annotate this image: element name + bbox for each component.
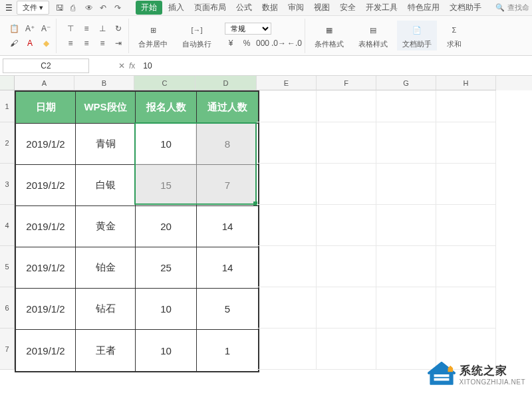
row-header[interactable]: 6 — [0, 287, 15, 329]
table-cell[interactable]: 10 — [136, 289, 197, 330]
table-header-cell[interactable]: 通过人数 — [197, 92, 258, 124]
empty-cell[interactable] — [317, 90, 376, 122]
empty-cell[interactable] — [376, 246, 436, 287]
conditional-format-button[interactable]: ▦ 条件格式 — [309, 21, 349, 51]
col-header-B[interactable]: B — [74, 76, 134, 90]
tab-页面布局[interactable]: 页面布局 — [190, 1, 230, 15]
indent-icon[interactable]: ⇥ — [112, 37, 124, 49]
empty-cell[interactable] — [376, 122, 436, 164]
tab-文档助手[interactable]: 文档助手 — [446, 1, 485, 15]
save-icon[interactable]: 🖫 — [56, 3, 65, 13]
empty-cell[interactable] — [257, 246, 317, 287]
tab-审阅[interactable]: 审阅 — [284, 1, 308, 15]
empty-cell[interactable] — [436, 205, 496, 246]
merge-center-button[interactable]: ⊞ 合并居中 — [133, 21, 173, 51]
empty-cell[interactable] — [257, 287, 317, 329]
empty-cell[interactable] — [257, 90, 317, 122]
print-icon[interactable]: ⎙ — [70, 3, 80, 13]
table-header-cell[interactable]: 报名人数 — [136, 92, 197, 124]
table-cell[interactable]: 2019/1/2 — [16, 165, 76, 206]
tab-公式[interactable]: 公式 — [232, 1, 256, 15]
formula-input[interactable]: 10 — [138, 59, 529, 72]
empty-cell[interactable] — [257, 164, 317, 205]
table-cell[interactable]: 1 — [197, 330, 258, 371]
empty-cell[interactable] — [317, 246, 376, 287]
table-cell[interactable]: 15 — [136, 165, 197, 206]
table-header-cell[interactable]: WPS段位 — [76, 92, 136, 124]
empty-cell[interactable] — [376, 205, 436, 246]
table-cell[interactable]: 20 — [136, 206, 197, 247]
empty-cell[interactable] — [376, 287, 436, 329]
table-cell[interactable]: 黄金 — [76, 206, 136, 247]
font-decrease-icon[interactable]: A⁻ — [40, 23, 52, 35]
col-header-D[interactable]: D — [196, 76, 257, 90]
font-color-icon[interactable]: A — [24, 37, 36, 49]
row-header[interactable]: 4 — [0, 205, 15, 246]
table-header-cell[interactable]: 日期 — [16, 92, 76, 124]
table-cell[interactable]: 5 — [197, 289, 258, 330]
empty-cell[interactable] — [257, 205, 317, 246]
table-cell[interactable]: 2019/1/2 — [16, 330, 76, 371]
fx-icon[interactable]: fx — [129, 61, 135, 70]
tab-开始[interactable]: 开始 — [136, 1, 162, 15]
undo-icon[interactable]: ↶ — [100, 3, 109, 13]
col-header-H[interactable]: H — [436, 76, 496, 90]
orientation-icon[interactable]: ↻ — [112, 23, 124, 35]
row-header[interactable]: 1 — [0, 90, 15, 122]
comma-icon[interactable]: 000 — [257, 37, 269, 49]
paste-icon[interactable]: 📋 — [8, 23, 20, 35]
format-painter-icon[interactable]: 🖌 — [8, 37, 20, 49]
align-left-icon[interactable]: ≡ — [65, 37, 76, 49]
table-cell[interactable]: 14 — [197, 247, 258, 289]
empty-cell[interactable] — [257, 329, 317, 370]
row-header[interactable]: 7 — [0, 329, 15, 370]
table-cell[interactable]: 2019/1/2 — [16, 247, 76, 289]
empty-cell[interactable] — [317, 205, 376, 246]
empty-cell[interactable] — [317, 287, 376, 329]
tab-数据[interactable]: 数据 — [258, 1, 282, 15]
col-header-G[interactable]: G — [376, 76, 436, 90]
app-menu-icon[interactable]: ☰ — [3, 2, 15, 14]
row-header[interactable]: 2 — [0, 122, 15, 164]
align-bottom-icon[interactable]: ⊥ — [96, 23, 108, 35]
align-center-icon[interactable]: ≡ — [80, 37, 92, 49]
currency-icon[interactable]: ¥ — [225, 37, 237, 49]
name-box[interactable]: C2 — [3, 59, 89, 73]
empty-cell[interactable] — [317, 329, 376, 370]
select-all-corner[interactable] — [0, 76, 15, 90]
col-header-E[interactable]: E — [257, 76, 317, 90]
search-area[interactable]: 🔍 查找命 — [495, 3, 529, 13]
redo-icon[interactable]: ↷ — [114, 3, 124, 13]
empty-cell[interactable] — [257, 122, 317, 164]
col-header-A[interactable]: A — [15, 76, 74, 90]
row-header[interactable]: 3 — [0, 164, 15, 205]
col-header-C[interactable]: C — [134, 76, 196, 90]
align-right-icon[interactable]: ≡ — [96, 37, 108, 49]
table-cell[interactable]: 14 — [197, 206, 258, 247]
increase-decimal-icon[interactable]: .0→ — [273, 37, 285, 49]
table-cell[interactable]: 2019/1/2 — [16, 289, 76, 330]
table-cell[interactable]: 25 — [136, 247, 197, 289]
empty-cell[interactable] — [436, 287, 496, 329]
tab-安全[interactable]: 安全 — [336, 1, 360, 15]
preview-icon[interactable]: 👁 — [85, 3, 94, 13]
table-cell[interactable]: 7 — [197, 165, 258, 206]
empty-cell[interactable] — [436, 122, 496, 164]
align-top-icon[interactable]: ⊤ — [65, 23, 76, 35]
table-cell[interactable]: 10 — [136, 124, 197, 165]
decrease-decimal-icon[interactable]: ←.0 — [289, 37, 301, 49]
empty-cell[interactable] — [376, 90, 436, 122]
wrap-text-button[interactable]: [→] 自动换行 — [177, 21, 217, 51]
row-header[interactable]: 5 — [0, 246, 15, 287]
empty-cell[interactable] — [376, 164, 436, 205]
align-middle-icon[interactable]: ≡ — [80, 23, 92, 35]
tab-特色应用[interactable]: 特色应用 — [404, 1, 444, 15]
tab-开发工具[interactable]: 开发工具 — [362, 1, 402, 15]
table-cell[interactable]: 2019/1/2 — [16, 124, 76, 165]
col-header-F[interactable]: F — [317, 76, 376, 90]
tab-视图[interactable]: 视图 — [310, 1, 334, 15]
table-cell[interactable]: 10 — [136, 330, 197, 371]
percent-icon[interactable]: % — [241, 37, 253, 49]
number-format-select[interactable]: 常规 — [225, 23, 271, 35]
empty-cell[interactable] — [317, 164, 376, 205]
